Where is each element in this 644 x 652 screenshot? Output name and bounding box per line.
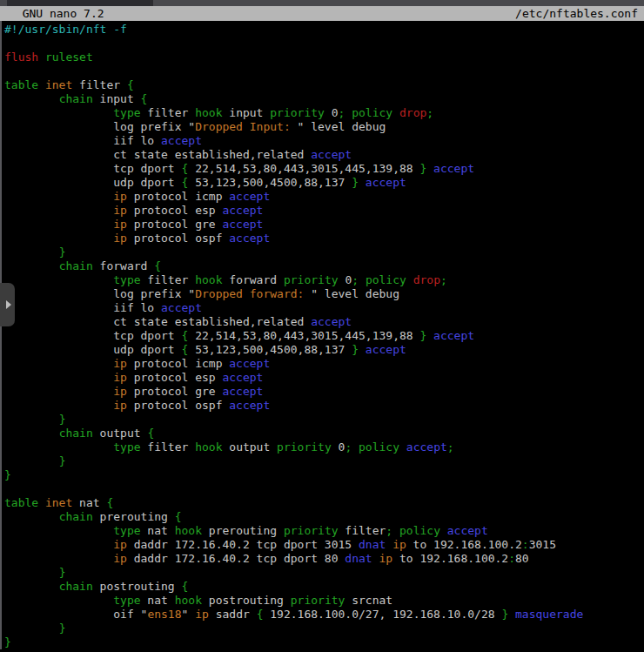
code-token: ip bbox=[379, 552, 392, 565]
code-token: filter bbox=[141, 273, 196, 286]
code-token: } bbox=[59, 413, 66, 426]
code-token: 80 bbox=[515, 552, 529, 565]
code-token: { bbox=[106, 496, 113, 509]
code-token: nat bbox=[141, 594, 175, 607]
code-token: accept bbox=[222, 218, 263, 231]
code-token: priority bbox=[277, 440, 332, 454]
code-token: type bbox=[113, 440, 140, 454]
code-token bbox=[38, 496, 45, 509]
code-line: log prefix "Dropped Input: " level debug bbox=[4, 120, 644, 134]
code-token bbox=[4, 232, 113, 245]
code-token: ip bbox=[392, 538, 406, 551]
code-token: { bbox=[175, 510, 182, 523]
code-token bbox=[4, 106, 113, 119]
code-token: table bbox=[4, 78, 38, 91]
code-token: filter bbox=[141, 440, 196, 454]
code-line: type filter hook input priority 0; polic… bbox=[4, 106, 644, 120]
code-token bbox=[4, 357, 113, 370]
code-line: ip protocol ospf accept bbox=[4, 399, 644, 413]
code-token bbox=[4, 524, 113, 537]
code-token: ip bbox=[113, 371, 127, 384]
code-token: { bbox=[141, 92, 148, 105]
code-token: #!/usr/sbin/nft -f bbox=[4, 23, 127, 36]
code-token: policy bbox=[359, 440, 399, 454]
code-line: oif "ens18" ip saddr { 192.168.100.0/27,… bbox=[4, 608, 644, 622]
code-token: priority bbox=[284, 273, 339, 286]
code-token bbox=[4, 190, 113, 203]
code-token: forward bbox=[222, 273, 283, 286]
code-token bbox=[406, 273, 413, 286]
code-token: prerouting bbox=[202, 524, 284, 537]
code-token: masquerade bbox=[515, 608, 583, 621]
code-token: postrouting bbox=[93, 580, 182, 593]
code-token bbox=[4, 594, 113, 607]
code-token: protocol icmp bbox=[127, 190, 229, 203]
code-token: 0 bbox=[339, 273, 352, 286]
code-token bbox=[359, 176, 366, 189]
code-token: ip bbox=[113, 552, 127, 565]
code-token: ruleset bbox=[45, 50, 93, 64]
code-token: to 192.168.100.2 bbox=[406, 538, 522, 551]
code-token bbox=[392, 524, 399, 537]
code-line: ip protocol icmp accept bbox=[4, 190, 644, 204]
code-line: chain forward { bbox=[4, 259, 644, 273]
code-token: tcp dport bbox=[4, 329, 182, 342]
code-token: tcp dport bbox=[4, 162, 182, 175]
code-token bbox=[4, 218, 113, 231]
code-line bbox=[4, 37, 644, 50]
code-token: 22,514,53,80,443,3015,445,139,88 bbox=[188, 162, 419, 175]
code-token: protocol esp bbox=[127, 204, 223, 217]
code-token: chain bbox=[59, 427, 93, 440]
code-line: type nat hook postrouting priority srcna… bbox=[4, 594, 644, 608]
code-token: inet bbox=[45, 78, 72, 91]
code-token: 3015 bbox=[529, 538, 556, 551]
code-line: table inet nat { bbox=[4, 496, 644, 510]
code-token: chain bbox=[59, 580, 93, 593]
code-token: protocol gre bbox=[127, 218, 223, 231]
code-line: } bbox=[4, 635, 644, 649]
code-token: input bbox=[222, 106, 270, 119]
code-token bbox=[38, 50, 45, 64]
code-token: accept bbox=[366, 343, 406, 356]
code-token: Dropped Input: bbox=[195, 120, 297, 133]
code-token: filter bbox=[72, 78, 127, 91]
code-line: udp dport { 53,123,500,4500,88,137 } acc… bbox=[4, 343, 644, 357]
code-token bbox=[4, 454, 59, 467]
code-line: chain prerouting { bbox=[4, 510, 644, 524]
code-token: { bbox=[154, 259, 161, 272]
code-token bbox=[508, 608, 515, 621]
code-token: postrouting bbox=[202, 594, 291, 607]
code-token: filter bbox=[339, 524, 386, 537]
code-token: type bbox=[113, 106, 140, 119]
code-token bbox=[4, 580, 59, 593]
code-line bbox=[4, 482, 644, 496]
code-token: input bbox=[93, 92, 141, 105]
code-token: } bbox=[4, 468, 11, 481]
code-token: ; bbox=[352, 273, 359, 286]
code-token: accept bbox=[229, 190, 270, 203]
code-token: } bbox=[59, 245, 66, 259]
code-token bbox=[4, 385, 113, 398]
code-token: saddr bbox=[209, 608, 257, 621]
code-token: { bbox=[182, 580, 189, 593]
code-token: accept bbox=[229, 399, 270, 412]
code-token: priority bbox=[284, 524, 339, 537]
code-token: } bbox=[4, 635, 11, 649]
code-token: : bbox=[522, 538, 529, 551]
code-token: chain bbox=[59, 92, 93, 105]
code-token: hook bbox=[175, 594, 202, 607]
code-token: ip bbox=[113, 232, 127, 245]
code-token bbox=[4, 371, 113, 384]
code-token: : bbox=[508, 552, 515, 565]
code-line: } bbox=[4, 454, 644, 468]
code-token: accept bbox=[222, 385, 263, 398]
code-token: } bbox=[352, 343, 359, 356]
sidebar-toggle-handle[interactable] bbox=[0, 283, 15, 326]
code-token: iif lo bbox=[4, 134, 161, 147]
code-line: flush ruleset bbox=[4, 50, 644, 64]
code-token: } bbox=[59, 566, 66, 579]
code-token: 22,514,53,80,443,3015,445,139,88 bbox=[188, 329, 419, 342]
window-top-strip bbox=[0, 0, 644, 6]
code-line: type filter hook output priority 0; poli… bbox=[4, 440, 644, 454]
code-area[interactable]: #!/usr/sbin/nft -f flush ruleset table i… bbox=[0, 21, 644, 649]
